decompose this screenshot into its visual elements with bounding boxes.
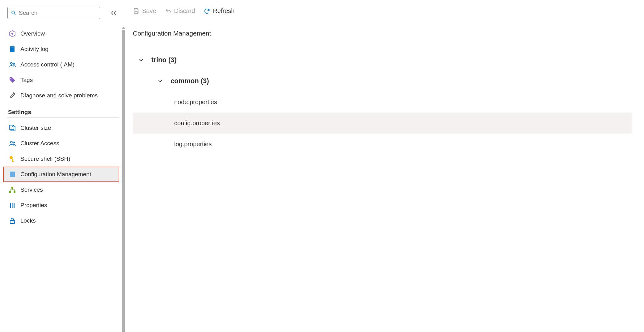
tree-item-label: node.properties bbox=[174, 99, 217, 106]
nav-item-configuration-management[interactable]: Configuration Management bbox=[3, 167, 119, 182]
save-button[interactable]: Save bbox=[133, 7, 156, 15]
services-icon bbox=[9, 186, 16, 194]
tree-item-node-properties[interactable]: node.properties bbox=[133, 92, 632, 113]
svg-rect-18 bbox=[9, 191, 11, 193]
refresh-label: Refresh bbox=[213, 7, 234, 15]
scroll-up-icon bbox=[122, 27, 125, 29]
tree-group-label: common (3) bbox=[170, 77, 209, 85]
svg-rect-15 bbox=[12, 161, 14, 162]
nav-label: Cluster Access bbox=[20, 140, 59, 147]
svg-point-7 bbox=[13, 63, 15, 64]
nav-item-activity-log[interactable]: Activity log bbox=[7, 41, 120, 57]
chevron-down-icon bbox=[138, 57, 145, 63]
nav-label: Properties bbox=[20, 202, 47, 209]
nav-item-overview[interactable]: Overview bbox=[7, 26, 120, 41]
main-panel: Save Discard Refresh Configuration Manag… bbox=[120, 0, 644, 332]
nav-label: Access control (IAM) bbox=[20, 61, 74, 68]
svg-rect-17 bbox=[11, 187, 13, 189]
nav-label: Tags bbox=[20, 77, 33, 83]
tree-item-label: log.properties bbox=[174, 141, 212, 148]
lock-icon bbox=[9, 217, 16, 224]
svg-rect-22 bbox=[14, 203, 15, 208]
nav-label: Locks bbox=[20, 217, 36, 224]
nav-label: Diagnose and solve problems bbox=[20, 92, 98, 99]
page-description: Configuration Management. bbox=[133, 30, 632, 37]
discard-label: Discard bbox=[174, 7, 195, 15]
nav-item-access-control[interactable]: Access control (IAM) bbox=[7, 57, 120, 72]
tree-item-label: config.properties bbox=[174, 120, 220, 127]
overview-icon bbox=[9, 30, 16, 37]
nav-item-cluster-access[interactable]: Cluster Access bbox=[7, 136, 120, 151]
scroll-thumb[interactable] bbox=[122, 30, 125, 332]
settings-section-header: Settings bbox=[7, 109, 120, 116]
nav-item-secure-shell[interactable]: Secure shell (SSH) bbox=[7, 151, 120, 167]
configuration-icon bbox=[9, 171, 16, 178]
svg-rect-19 bbox=[14, 191, 15, 193]
svg-rect-16 bbox=[10, 172, 15, 177]
svg-point-0 bbox=[12, 11, 15, 14]
collapse-sidebar-button[interactable] bbox=[110, 9, 117, 17]
cluster-size-icon bbox=[9, 124, 16, 132]
nav-item-services[interactable]: Services bbox=[7, 182, 120, 198]
refresh-icon bbox=[204, 8, 210, 15]
svg-rect-21 bbox=[12, 203, 13, 208]
svg-rect-20 bbox=[10, 203, 11, 208]
svg-rect-23 bbox=[10, 220, 15, 223]
section-divider bbox=[7, 117, 119, 118]
chevron-down-icon bbox=[157, 78, 164, 84]
tags-icon bbox=[9, 76, 16, 84]
svg-point-8 bbox=[11, 78, 11, 79]
nav-item-diagnose[interactable]: Diagnose and solve problems bbox=[7, 88, 120, 103]
svg-rect-24 bbox=[135, 8, 137, 10]
discard-button[interactable]: Discard bbox=[165, 7, 195, 15]
sidebar: Overview Activity log Access control (IA… bbox=[0, 0, 120, 332]
cluster-access-icon bbox=[9, 140, 16, 147]
tree-group-trino[interactable]: trino (3) bbox=[133, 49, 632, 70]
toolbar: Save Discard Refresh bbox=[133, 7, 632, 21]
diagnose-icon bbox=[9, 92, 16, 99]
app-root: Overview Activity log Access control (IA… bbox=[0, 0, 644, 332]
search-input[interactable] bbox=[19, 10, 97, 16]
tree-item-config-properties[interactable]: config.properties bbox=[133, 113, 632, 134]
nav-label: Overview bbox=[20, 30, 45, 37]
svg-rect-4 bbox=[10, 46, 15, 52]
nav-item-cluster-size[interactable]: Cluster size bbox=[7, 120, 120, 136]
tree-group-common[interactable]: common (3) bbox=[133, 70, 632, 92]
svg-rect-25 bbox=[135, 11, 137, 13]
nav-item-properties[interactable]: Properties bbox=[7, 198, 120, 213]
nav-label: Secure shell (SSH) bbox=[20, 155, 70, 162]
tree-item-log-properties[interactable]: log.properties bbox=[133, 134, 632, 155]
key-icon bbox=[9, 155, 16, 163]
nav-label: Cluster size bbox=[20, 125, 51, 131]
nav-label: Configuration Management bbox=[20, 171, 91, 178]
search-icon bbox=[11, 10, 16, 16]
search-input-container[interactable] bbox=[7, 7, 100, 19]
access-control-icon bbox=[9, 61, 16, 68]
tree-group-label: trino (3) bbox=[151, 56, 177, 64]
svg-rect-5 bbox=[11, 48, 14, 48]
svg-point-3 bbox=[11, 33, 13, 35]
nav-label: Services bbox=[20, 186, 43, 193]
activity-log-icon bbox=[9, 45, 16, 53]
sidebar-scrollbar[interactable] bbox=[122, 27, 125, 332]
chevron-double-left-icon bbox=[110, 9, 117, 17]
svg-point-11 bbox=[11, 141, 12, 143]
refresh-button[interactable]: Refresh bbox=[204, 7, 234, 15]
nav-item-tags[interactable]: Tags bbox=[7, 72, 120, 88]
undo-icon bbox=[165, 8, 172, 15]
svg-line-1 bbox=[14, 14, 16, 15]
nav-item-locks[interactable]: Locks bbox=[7, 213, 120, 228]
svg-point-6 bbox=[11, 62, 12, 64]
properties-icon bbox=[9, 202, 16, 209]
save-label: Save bbox=[142, 7, 156, 15]
save-icon bbox=[133, 8, 140, 15]
nav-label: Activity log bbox=[20, 46, 48, 53]
svg-point-12 bbox=[13, 142, 15, 143]
